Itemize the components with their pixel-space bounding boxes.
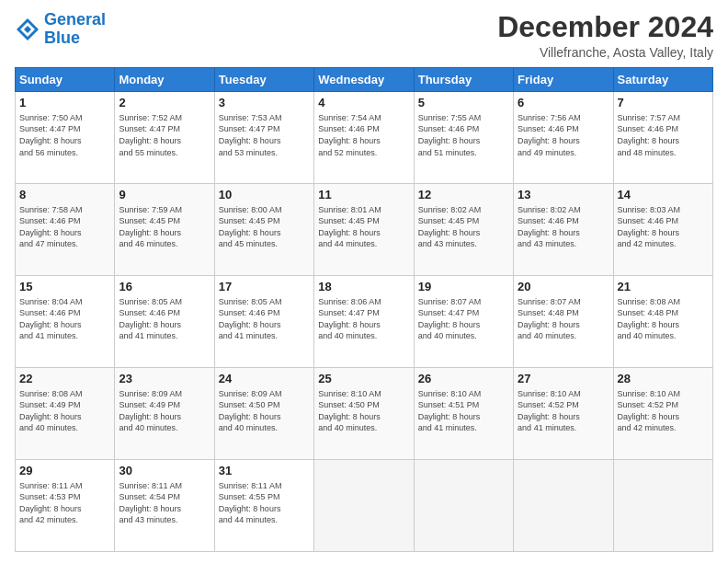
day-info: Sunrise: 8:03 AM Sunset: 4:46 PM Dayligh… bbox=[618, 204, 709, 250]
day-number: 6 bbox=[518, 95, 609, 111]
calendar-cell: 20Sunrise: 8:07 AM Sunset: 4:48 PM Dayli… bbox=[514, 276, 613, 368]
calendar-cell bbox=[314, 460, 414, 552]
month-title: December 2024 bbox=[497, 11, 713, 43]
calendar-cell: 16Sunrise: 8:05 AM Sunset: 4:46 PM Dayli… bbox=[115, 276, 214, 368]
calendar-cell: 28Sunrise: 8:10 AM Sunset: 4:52 PM Dayli… bbox=[613, 368, 712, 460]
day-number: 16 bbox=[119, 279, 210, 295]
day-number: 28 bbox=[618, 371, 709, 387]
title-section: December 2024 Villefranche, Aosta Valley… bbox=[497, 11, 713, 60]
calendar-week-row: 1Sunrise: 7:50 AM Sunset: 4:47 PM Daylig… bbox=[16, 92, 713, 184]
calendar-week-row: 15Sunrise: 8:04 AM Sunset: 4:46 PM Dayli… bbox=[16, 276, 713, 368]
location: Villefranche, Aosta Valley, Italy bbox=[497, 45, 713, 60]
calendar-cell: 3Sunrise: 7:53 AM Sunset: 4:47 PM Daylig… bbox=[214, 92, 313, 184]
day-number: 10 bbox=[219, 187, 310, 203]
day-number: 27 bbox=[518, 371, 609, 387]
day-number: 25 bbox=[318, 371, 409, 387]
day-header-wednesday: Wednesday bbox=[314, 68, 414, 92]
calendar-cell bbox=[514, 460, 613, 552]
calendar-cell: 26Sunrise: 8:10 AM Sunset: 4:51 PM Dayli… bbox=[414, 368, 513, 460]
calendar-cell: 23Sunrise: 8:09 AM Sunset: 4:49 PM Dayli… bbox=[115, 368, 214, 460]
calendar-week-row: 8Sunrise: 7:58 AM Sunset: 4:46 PM Daylig… bbox=[16, 184, 713, 276]
day-info: Sunrise: 8:09 AM Sunset: 4:50 PM Dayligh… bbox=[219, 388, 310, 434]
calendar-cell: 25Sunrise: 8:10 AM Sunset: 4:50 PM Dayli… bbox=[314, 368, 414, 460]
day-number: 20 bbox=[518, 279, 609, 295]
logo-text: General Blue bbox=[44, 11, 106, 48]
day-header-sunday: Sunday bbox=[16, 68, 115, 92]
calendar-cell: 18Sunrise: 8:06 AM Sunset: 4:47 PM Dayli… bbox=[314, 276, 414, 368]
day-info: Sunrise: 8:02 AM Sunset: 4:45 PM Dayligh… bbox=[418, 204, 509, 250]
calendar-cell: 31Sunrise: 8:11 AM Sunset: 4:55 PM Dayli… bbox=[214, 460, 313, 552]
day-info: Sunrise: 8:05 AM Sunset: 4:46 PM Dayligh… bbox=[219, 296, 310, 342]
calendar-cell: 8Sunrise: 7:58 AM Sunset: 4:46 PM Daylig… bbox=[16, 184, 115, 276]
day-header-monday: Monday bbox=[115, 68, 214, 92]
day-number: 26 bbox=[418, 371, 509, 387]
calendar-cell: 21Sunrise: 8:08 AM Sunset: 4:48 PM Dayli… bbox=[613, 276, 712, 368]
calendar-cell: 29Sunrise: 8:11 AM Sunset: 4:53 PM Dayli… bbox=[16, 460, 115, 552]
calendar-header-row: SundayMondayTuesdayWednesdayThursdayFrid… bbox=[16, 68, 713, 92]
calendar-cell: 2Sunrise: 7:52 AM Sunset: 4:47 PM Daylig… bbox=[115, 92, 214, 184]
day-header-friday: Friday bbox=[514, 68, 613, 92]
page: General Blue December 2024 Villefranche,… bbox=[0, 0, 728, 563]
day-number: 29 bbox=[19, 463, 110, 479]
day-number: 7 bbox=[618, 95, 709, 111]
calendar-table: SundayMondayTuesdayWednesdayThursdayFrid… bbox=[15, 67, 713, 552]
day-number: 15 bbox=[19, 279, 110, 295]
day-info: Sunrise: 8:07 AM Sunset: 4:47 PM Dayligh… bbox=[418, 296, 509, 342]
calendar-cell: 1Sunrise: 7:50 AM Sunset: 4:47 PM Daylig… bbox=[16, 92, 115, 184]
day-header-thursday: Thursday bbox=[414, 68, 513, 92]
day-info: Sunrise: 8:00 AM Sunset: 4:45 PM Dayligh… bbox=[219, 204, 310, 250]
day-number: 5 bbox=[418, 95, 509, 111]
calendar-cell: 30Sunrise: 8:11 AM Sunset: 4:54 PM Dayli… bbox=[115, 460, 214, 552]
day-number: 14 bbox=[618, 187, 709, 203]
calendar-cell: 5Sunrise: 7:55 AM Sunset: 4:46 PM Daylig… bbox=[414, 92, 513, 184]
day-info: Sunrise: 7:50 AM Sunset: 4:47 PM Dayligh… bbox=[19, 112, 110, 158]
day-number: 4 bbox=[318, 95, 409, 111]
calendar-cell: 12Sunrise: 8:02 AM Sunset: 4:45 PM Dayli… bbox=[414, 184, 513, 276]
logo-icon bbox=[15, 17, 40, 42]
day-info: Sunrise: 8:10 AM Sunset: 4:52 PM Dayligh… bbox=[618, 388, 709, 434]
day-number: 11 bbox=[318, 187, 409, 203]
day-info: Sunrise: 8:08 AM Sunset: 4:49 PM Dayligh… bbox=[19, 388, 110, 434]
calendar-cell: 9Sunrise: 7:59 AM Sunset: 4:45 PM Daylig… bbox=[115, 184, 214, 276]
calendar-cell: 22Sunrise: 8:08 AM Sunset: 4:49 PM Dayli… bbox=[16, 368, 115, 460]
calendar-cell bbox=[613, 460, 712, 552]
day-info: Sunrise: 8:11 AM Sunset: 4:54 PM Dayligh… bbox=[119, 480, 210, 526]
calendar-week-row: 29Sunrise: 8:11 AM Sunset: 4:53 PM Dayli… bbox=[16, 460, 713, 552]
day-info: Sunrise: 7:56 AM Sunset: 4:46 PM Dayligh… bbox=[518, 112, 609, 158]
calendar-cell: 24Sunrise: 8:09 AM Sunset: 4:50 PM Dayli… bbox=[214, 368, 313, 460]
calendar-cell: 6Sunrise: 7:56 AM Sunset: 4:46 PM Daylig… bbox=[514, 92, 613, 184]
logo: General Blue bbox=[15, 11, 106, 48]
day-info: Sunrise: 7:55 AM Sunset: 4:46 PM Dayligh… bbox=[418, 112, 509, 158]
calendar-cell: 17Sunrise: 8:05 AM Sunset: 4:46 PM Dayli… bbox=[214, 276, 313, 368]
calendar-cell: 10Sunrise: 8:00 AM Sunset: 4:45 PM Dayli… bbox=[214, 184, 313, 276]
day-info: Sunrise: 7:57 AM Sunset: 4:46 PM Dayligh… bbox=[618, 112, 709, 158]
calendar-cell bbox=[414, 460, 513, 552]
day-info: Sunrise: 8:07 AM Sunset: 4:48 PM Dayligh… bbox=[518, 296, 609, 342]
day-number: 17 bbox=[219, 279, 310, 295]
day-info: Sunrise: 8:08 AM Sunset: 4:48 PM Dayligh… bbox=[618, 296, 709, 342]
day-info: Sunrise: 8:10 AM Sunset: 4:50 PM Dayligh… bbox=[318, 388, 409, 434]
day-info: Sunrise: 7:58 AM Sunset: 4:46 PM Dayligh… bbox=[19, 204, 110, 250]
day-number: 13 bbox=[518, 187, 609, 203]
day-number: 9 bbox=[119, 187, 210, 203]
day-info: Sunrise: 8:11 AM Sunset: 4:55 PM Dayligh… bbox=[219, 480, 310, 526]
calendar-cell: 11Sunrise: 8:01 AM Sunset: 4:45 PM Dayli… bbox=[314, 184, 414, 276]
day-header-saturday: Saturday bbox=[613, 68, 712, 92]
calendar-cell: 14Sunrise: 8:03 AM Sunset: 4:46 PM Dayli… bbox=[613, 184, 712, 276]
day-info: Sunrise: 8:06 AM Sunset: 4:47 PM Dayligh… bbox=[318, 296, 409, 342]
day-info: Sunrise: 8:11 AM Sunset: 4:53 PM Dayligh… bbox=[19, 480, 110, 526]
calendar-cell: 4Sunrise: 7:54 AM Sunset: 4:46 PM Daylig… bbox=[314, 92, 414, 184]
day-header-tuesday: Tuesday bbox=[214, 68, 313, 92]
header: General Blue December 2024 Villefranche,… bbox=[15, 11, 713, 60]
calendar-cell: 19Sunrise: 8:07 AM Sunset: 4:47 PM Dayli… bbox=[414, 276, 513, 368]
calendar-cell: 15Sunrise: 8:04 AM Sunset: 4:46 PM Dayli… bbox=[16, 276, 115, 368]
day-info: Sunrise: 7:59 AM Sunset: 4:45 PM Dayligh… bbox=[119, 204, 210, 250]
day-info: Sunrise: 8:02 AM Sunset: 4:46 PM Dayligh… bbox=[518, 204, 609, 250]
day-info: Sunrise: 8:09 AM Sunset: 4:49 PM Dayligh… bbox=[119, 388, 210, 434]
day-info: Sunrise: 8:01 AM Sunset: 4:45 PM Dayligh… bbox=[318, 204, 409, 250]
day-number: 30 bbox=[119, 463, 210, 479]
day-number: 12 bbox=[418, 187, 509, 203]
day-info: Sunrise: 7:53 AM Sunset: 4:47 PM Dayligh… bbox=[219, 112, 310, 158]
day-number: 22 bbox=[19, 371, 110, 387]
day-info: Sunrise: 7:52 AM Sunset: 4:47 PM Dayligh… bbox=[119, 112, 210, 158]
